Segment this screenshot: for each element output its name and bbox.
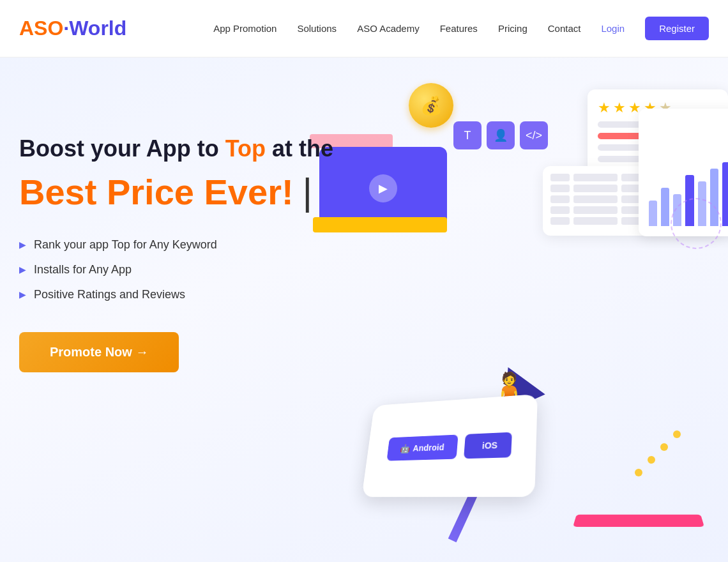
hero-subtitle: Boost your App to Top at the xyxy=(19,134,338,164)
logo-dot: · xyxy=(63,17,69,40)
logo-aso: ASO xyxy=(19,17,63,40)
cell-4-1 xyxy=(550,206,570,214)
chart-bar-2 xyxy=(661,188,669,226)
ios-label: iOS xyxy=(482,440,497,450)
pink-platform xyxy=(573,515,704,527)
dotted-circle-decoration xyxy=(671,198,722,249)
code-icon-box: </> xyxy=(520,121,548,149)
logo-text: ASO·World xyxy=(19,17,126,40)
cell-1-2 xyxy=(573,174,618,181)
main-nav: App Promotion Solutions ASO Academy Feat… xyxy=(213,17,709,40)
nav-item-aso-academy[interactable]: ASO Academy xyxy=(357,23,420,34)
hero-title-text: Best Price Ever! xyxy=(19,171,294,213)
coin-icon: 💰 xyxy=(409,83,453,128)
cell-3-2 xyxy=(573,195,618,203)
hero-illustration: 💰 ▶ T 👤 </> ★ ★ ★ ★ xyxy=(307,70,728,549)
feature-item-2: Installs for Any App xyxy=(19,263,338,277)
feature-item-3: Positive Ratings and Reviews xyxy=(19,288,338,301)
android-button: 🤖 Android xyxy=(386,434,459,460)
android-icon: 🤖 xyxy=(400,444,411,453)
cell-5-1 xyxy=(550,217,570,225)
nav-item-solutions[interactable]: Solutions xyxy=(297,23,337,34)
hero-section: Boost your App to Top at the Best Price … xyxy=(0,57,728,562)
subtitle-pre: Boost your App to xyxy=(19,135,225,162)
nav-item-features[interactable]: Features xyxy=(440,23,478,34)
hero-title: Best Price Ever! | xyxy=(19,169,338,215)
cell-2-1 xyxy=(550,185,570,192)
header: ASO·World App Promotion Solutions ASO Ac… xyxy=(0,0,728,57)
android-label: Android xyxy=(413,443,444,453)
nav-item-app-promotion[interactable]: App Promotion xyxy=(213,23,277,34)
play-button-icon: ▶ xyxy=(369,174,397,202)
cell-2-2 xyxy=(573,185,618,192)
phone-device: 🤖 Android iOS xyxy=(361,394,537,497)
ios-button: iOS xyxy=(464,432,512,459)
arrow-dots-decoration xyxy=(626,422,690,485)
svg-point-3 xyxy=(660,443,668,451)
svg-point-1 xyxy=(635,469,642,476)
cell-1-1 xyxy=(550,174,570,181)
chart-bar-1 xyxy=(649,201,657,226)
nav-item-contact[interactable]: Contact xyxy=(548,23,581,34)
cell-4-2 xyxy=(573,206,618,214)
iso-scene: 💰 ▶ T 👤 </> ★ ★ ★ ★ xyxy=(307,70,728,549)
feature-list: Rank your app Top for Any Keyword Instal… xyxy=(19,238,338,301)
hero-content: Boost your App to Top at the Best Price … xyxy=(19,134,338,372)
cell-3-1 xyxy=(550,195,570,203)
promote-now-button[interactable]: Promote Now → xyxy=(19,332,179,372)
cell-5-2 xyxy=(573,217,618,225)
register-button[interactable]: Register xyxy=(645,17,709,40)
login-link[interactable]: Login xyxy=(601,23,625,34)
logo-world: World xyxy=(69,17,126,40)
feature-item-1: Rank your app Top for Any Keyword xyxy=(19,238,338,252)
user-icon-box: 👤 xyxy=(487,121,515,149)
chart-bar-7 xyxy=(722,162,728,226)
star-1: ★ xyxy=(598,100,610,116)
hero-title-divider: | xyxy=(303,169,313,215)
icon-boxes: T 👤 </> xyxy=(453,121,548,149)
subtitle-post: at the xyxy=(272,135,333,162)
svg-point-2 xyxy=(648,456,655,464)
text-icon-box: T xyxy=(453,121,482,149)
svg-point-4 xyxy=(673,430,681,438)
star-2: ★ xyxy=(613,100,626,116)
nav-item-pricing[interactable]: Pricing xyxy=(498,23,527,34)
logo: ASO·World xyxy=(19,17,126,40)
subtitle-highlight: Top xyxy=(225,135,266,162)
